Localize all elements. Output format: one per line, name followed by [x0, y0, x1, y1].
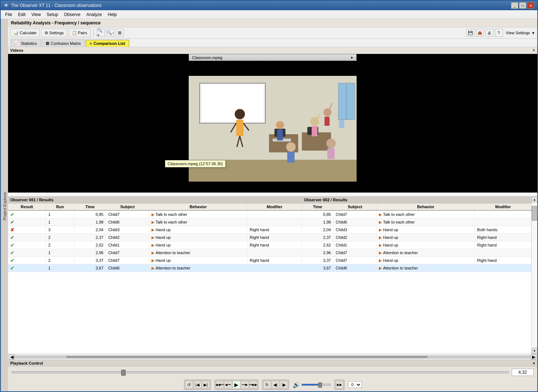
cell-result: ✔ — [8, 257, 46, 264]
save-button[interactable]: 💾 — [466, 29, 474, 37]
table-row[interactable]: ✔ 2 3,37 Child7 ▶Hand up Right hand 3,37… — [8, 257, 531, 264]
tab-statistics[interactable]: 📈 Statistics — [10, 39, 41, 47]
transport-controls: ↺ |◀ ▶| — [184, 380, 211, 390]
horizontal-scrollbar[interactable]: ◀ ▶ — [8, 354, 537, 360]
table-row[interactable]: ✔ 2 2,37 Child2 ▶Hand up Right hand 2,37… — [8, 234, 531, 241]
project-explorer-tab[interactable]: Project Explorer — [1, 19, 8, 392]
close-button[interactable]: ✕ — [527, 2, 534, 9]
menu-view[interactable]: View — [28, 11, 44, 18]
tab-comparison-list[interactable]: ≡ Comparison List — [86, 40, 129, 47]
rewind-slow-button[interactable]: ◀••• — [224, 381, 232, 389]
cell-behavior: ▶Attention to teacher — [149, 264, 247, 272]
prev-frame-button[interactable]: |◀ — [193, 381, 201, 389]
cell-result: ✔ — [8, 234, 46, 241]
forward-slow-button[interactable]: •••▶ — [241, 381, 249, 389]
cell-time: 2,96 — [74, 249, 106, 257]
menu-edit[interactable]: Edit — [15, 11, 28, 18]
col-behavior2: Behavior — [377, 203, 475, 211]
progress-track[interactable] — [12, 371, 509, 373]
statistics-icon: 📈 — [14, 41, 19, 46]
print-button[interactable]: 🖨 — [485, 29, 493, 37]
minimize-button[interactable]: _ — [511, 2, 518, 9]
volume-thumb[interactable] — [318, 383, 322, 388]
cell-run: 1 — [46, 218, 74, 226]
cell-subject2: Child6 — [333, 264, 377, 272]
cell-subject2: Child1 — [333, 241, 377, 249]
menu-setup[interactable]: Setup — [44, 11, 61, 18]
title-bar: 👁 The Observer XT 11 - Classroom observa… — [1, 1, 537, 10]
menu-observe[interactable]: Observe — [61, 11, 83, 18]
cell-subject: Child7 — [106, 257, 149, 264]
cell-result: ✔ — [8, 210, 46, 218]
export-button[interactable]: 📤 — [476, 29, 484, 37]
cell-subject2: Child7 — [333, 257, 377, 264]
comparison-table: Observer 001 / Results Observer 002 / Re… — [8, 197, 531, 272]
cell-subject2: Child7 — [333, 249, 377, 257]
speed-selector[interactable]: 0 1 2 4 — [348, 381, 362, 388]
menu-help[interactable]: Help — [105, 11, 120, 18]
volume-track[interactable] — [301, 384, 331, 386]
next-frame-button[interactable]: ▶| — [202, 381, 210, 389]
menu-analyze[interactable]: Analyze — [84, 11, 105, 18]
h-scroll-thumb[interactable] — [66, 356, 427, 358]
col-run: Run — [46, 203, 74, 211]
cell-run: 1 — [46, 249, 74, 257]
h-scroll-track[interactable] — [15, 356, 531, 358]
cell-behavior: ▶Hand up — [149, 257, 247, 264]
main-content: Reliability Analysis - Frequency / seque… — [8, 19, 537, 392]
cell-modifier: Right hand — [247, 257, 302, 264]
scroll-thumb[interactable] — [532, 206, 537, 221]
cell-subject: Child6 — [106, 264, 149, 272]
volume-fill — [302, 384, 319, 385]
h-scroll-right[interactable]: ▶ — [531, 354, 537, 360]
cell-modifier: Right hand — [247, 234, 302, 241]
table-row[interactable]: ✔ 1 2,96 Child7 ▶Attention to teacher 2,… — [8, 249, 531, 257]
pairs-button[interactable]: 📋 Pairs — [69, 28, 91, 37]
return-to-start-button[interactable]: ↺ — [185, 381, 193, 389]
cell-subject2: Child3 — [333, 226, 377, 234]
table-row[interactable]: ✔ 1 0,85 Child7 ▶Talk to each other 0,85… — [8, 210, 531, 218]
prev-segment-button[interactable]: ◀| — [272, 381, 280, 389]
calculate-button[interactable]: 📊 Calculate — [10, 28, 40, 37]
progress-thumb[interactable] — [121, 370, 126, 376]
table-row[interactable]: ✘ 3 2,04 Child3 ▶Hand up Right hand 2,04… — [8, 226, 531, 234]
zoom-out-button[interactable]: 🔍- — [106, 29, 114, 37]
play-button[interactable]: ▶ — [233, 381, 241, 389]
cell-behavior: ▶Talk to each other — [149, 210, 247, 218]
table-row[interactable]: ✔ 2 2,62 Child1 ▶Hand up Right hand 2,62… — [8, 241, 531, 249]
observer1-header: Observer 001 / Results — [8, 197, 302, 203]
videos-panel-close[interactable]: × — [533, 48, 535, 53]
grid-scroll[interactable]: Observer 001 / Results Observer 002 / Re… — [8, 197, 531, 354]
next-segment-button[interactable]: |▶ — [280, 381, 288, 389]
forward-fast-button[interactable]: •••▶▶ — [249, 381, 257, 389]
video-min-btn[interactable]: ▸ — [351, 55, 353, 60]
col-time2: Time — [302, 203, 334, 211]
tab-confusion-matrix[interactable]: ▦ Confusion Matrix — [42, 39, 85, 47]
cell-modifier2: Right hand — [475, 257, 531, 264]
scroll-track[interactable] — [532, 202, 538, 348]
window-title: The Observer XT 11 - Classroom observati… — [11, 3, 101, 8]
loop-button[interactable]: ↻ — [263, 381, 271, 389]
zoom-in-button[interactable]: 🔍+ — [97, 29, 105, 37]
fast-forward-button[interactable]: ▶▶ — [335, 381, 343, 389]
menu-file[interactable]: File — [2, 11, 15, 18]
cell-subject: Child7 — [106, 210, 149, 218]
h-scroll-left[interactable]: ◀ — [9, 354, 15, 360]
cell-subject: Child6 — [106, 218, 149, 226]
help-button[interactable]: ? — [495, 29, 503, 37]
table-row[interactable]: ✔ 1 3,67 Child6 ▶Attention to teacher 3,… — [8, 264, 531, 272]
vertical-scrollbar[interactable]: ▲ ▼ — [531, 197, 537, 354]
videos-panel: Videos × Classroom.mpeg ▸ — [8, 47, 537, 197]
zoom-fit-button[interactable]: ⊞ — [116, 29, 124, 37]
maximize-button[interactable]: □ — [519, 2, 526, 9]
cell-result: ✔ — [8, 218, 46, 226]
rewind-fast-button[interactable]: ◀◀••• — [216, 381, 224, 389]
scroll-up-button[interactable]: ▲ — [532, 197, 538, 202]
table-row[interactable]: ✔ 1 1,98 Child6 ▶Talk to each other 1,98… — [8, 218, 531, 226]
volume-icon[interactable]: 🔊 — [293, 381, 300, 388]
cell-time: 3,37 — [74, 257, 106, 264]
right-toolbar: 💾 📤 🖨 ? View Settings ▼ — [466, 29, 535, 37]
playback-close[interactable]: × — [533, 361, 535, 365]
settings-button[interactable]: ⚙ Settings — [41, 28, 67, 37]
scroll-down-button[interactable]: ▼ — [532, 348, 538, 354]
